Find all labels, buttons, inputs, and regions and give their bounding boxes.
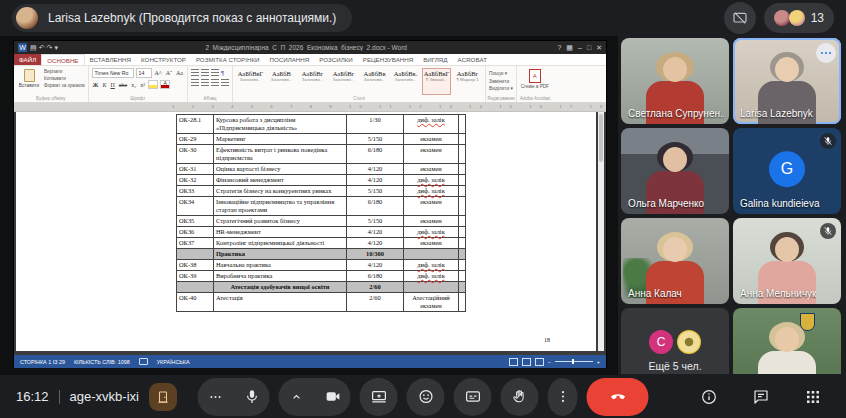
strikethrough-button[interactable]: abc — [118, 82, 128, 88]
raise-hand-button[interactable] — [501, 378, 539, 416]
web-layout-icon[interactable] — [535, 358, 544, 366]
present-button[interactable] — [360, 378, 398, 416]
apps-button[interactable] — [798, 387, 828, 407]
info-button[interactable] — [694, 387, 724, 407]
zoom-slider[interactable] — [555, 361, 593, 362]
tile-menu-button[interactable] — [816, 43, 836, 63]
microphone-control-more-horizontal[interactable] — [198, 378, 234, 416]
style-chip-4[interactable]: АаБбВвЗаголово... — [360, 68, 389, 95]
style-chip-7[interactable]: АаБбВг¶ Маркер 1 — [453, 68, 482, 95]
change-case-icon[interactable]: Аа — [175, 70, 184, 76]
close-icon[interactable]: ✕ — [596, 44, 602, 51]
participant-tile[interactable]: GGalina kundieieva — [733, 128, 841, 214]
captions-button[interactable] — [454, 378, 492, 416]
participant-tile[interactable]: Ольга Марченко — [621, 128, 729, 214]
style-chip-1[interactable]: АаБбВЗаголово... — [267, 68, 296, 95]
microphone-control-mic[interactable] — [234, 378, 270, 416]
page-indicator[interactable]: СТОРІНКА 1 ІЗ 29 — [20, 359, 65, 365]
leave-call-button[interactable] — [587, 378, 649, 416]
zoom-in-icon[interactable]: + — [597, 359, 600, 365]
format-painter-button[interactable]: Формат за зразком — [44, 82, 85, 89]
scrollbar-thumb[interactable] — [599, 114, 603, 162]
more-options-button[interactable] — [548, 378, 578, 416]
presenter-label: Larisa Lazebnyk (Проводится показ с анно… — [48, 11, 336, 25]
ribbon-tab-конструктор[interactable]: КОНСТРУКТОР — [136, 54, 191, 65]
font-name-select[interactable]: Times New Ro — [92, 68, 134, 78]
copy-button[interactable]: Копіювати — [44, 75, 85, 82]
undo-icon[interactable]: ↶ — [39, 44, 45, 51]
italic-button[interactable]: К — [102, 82, 108, 88]
ribbon-tab-посилання[interactable]: ПОСИЛАННЯ — [264, 54, 314, 65]
ribbon-tab-розмітка сторінки[interactable]: РОЗМІТКА СТОРІНКИ — [191, 54, 265, 65]
style-chip-0[interactable]: АаБбВвГЗаголово... — [236, 68, 265, 95]
participant-tile[interactable]: Анна Мельничук — [733, 218, 841, 304]
ribbon-display-icon[interactable]: ▦ — [566, 44, 573, 51]
language-indicator[interactable]: УКРАЇНСЬКА — [157, 359, 190, 365]
print-layout-icon[interactable] — [522, 358, 531, 366]
shrink-font-icon[interactable]: Аˇ — [165, 70, 173, 76]
grow-font-icon[interactable]: А^ — [154, 70, 163, 76]
zoom-out-icon[interactable]: − — [548, 359, 551, 365]
style-chip-6[interactable]: АаБбВвГ¶ Звичай... — [422, 68, 451, 95]
bullets-icon[interactable] — [191, 69, 199, 76]
align-right-icon[interactable] — [211, 79, 219, 86]
align-left-icon[interactable] — [191, 79, 199, 86]
select-button[interactable]: Виділити ▾ — [489, 85, 513, 93]
style-preview: АаБбВг — [333, 70, 355, 77]
subscript-button[interactable]: x₂ — [130, 82, 137, 88]
ribbon-tab-file[interactable]: ФАЙЛ — [14, 54, 41, 65]
word-count[interactable]: КІЛЬКІСТЬ СЛІВ: 1098 — [74, 359, 130, 365]
font-size-select[interactable]: 14 — [136, 68, 152, 78]
read-mode-icon[interactable] — [509, 358, 518, 366]
participant-tile[interactable]: Анна Калач — [621, 218, 729, 304]
style-chip-2[interactable]: АаБбВгЗаголово... — [298, 68, 327, 95]
participants-chip[interactable]: 13 — [764, 3, 834, 33]
window-controls[interactable]: ?▦–□✕ — [552, 44, 602, 52]
save-icon[interactable]: ▤ — [30, 44, 37, 51]
pilcrow-icon[interactable]: ¶ — [221, 70, 224, 76]
cell-name: Маркетинг — [214, 134, 347, 145]
participant-tile[interactable]: CЕщё 5 чел. — [621, 308, 729, 374]
bold-button[interactable]: Ж — [92, 82, 100, 88]
camera-control-chevron-up[interactable] — [279, 378, 315, 416]
underline-button[interactable]: П — [110, 82, 116, 88]
qat-menu-icon[interactable]: ▾ — [54, 44, 58, 51]
ribbon-tab-вставлення[interactable]: ВСТАВЛЕННЯ — [85, 54, 137, 65]
ribbon-tab-рецензування[interactable]: РЕЦЕНЗУВАННЯ — [358, 54, 418, 65]
reactions-button[interactable] — [407, 378, 445, 416]
paste-button[interactable]: Вставити — [17, 68, 41, 95]
replace-button[interactable]: Замінити — [489, 78, 513, 86]
minimize-icon[interactable]: – — [578, 44, 582, 51]
cut-button[interactable]: Вирізати — [44, 68, 85, 75]
presentation-off-button[interactable] — [724, 2, 756, 34]
camera-control-camera[interactable] — [315, 378, 351, 416]
create-pdf-button[interactable]: A Create a PDF — [520, 68, 550, 95]
find-button[interactable]: Пошук ▾ — [489, 70, 513, 78]
style-chip-3[interactable]: АаБбВгЗаголово... — [329, 68, 358, 95]
style-chip-5[interactable]: АаБбВв.Заголово... — [391, 68, 420, 95]
document-scrollbar[interactable] — [598, 112, 604, 351]
ribbon-tab-acrobat[interactable]: ACROBAT — [453, 54, 492, 65]
ribbon-tab-вигляд[interactable]: ВИГЛЯД — [418, 54, 452, 65]
ribbon-tab-основне[interactable]: ОСНОВНЕ — [41, 54, 84, 65]
highlight-color-icon[interactable] — [148, 80, 158, 89]
chat-button[interactable] — [746, 387, 776, 407]
restore-icon[interactable]: □ — [587, 44, 591, 51]
door-button[interactable] — [149, 383, 177, 411]
help-icon[interactable]: ? — [557, 44, 561, 51]
ribbon-tab-розсилки[interactable]: РОЗСИЛКИ — [314, 54, 358, 65]
table-row: ОК37Контролінг підприємницької діяльност… — [177, 238, 466, 249]
zoom-slider-thumb[interactable] — [572, 359, 574, 364]
font-color-icon[interactable]: А — [160, 80, 170, 89]
quick-access-toolbar[interactable]: ▤↶↷▾ — [30, 44, 60, 52]
redo-icon[interactable]: ↷ — [47, 44, 53, 51]
superscript-button[interactable]: x² — [139, 82, 146, 88]
line-spacing-icon[interactable] — [221, 79, 229, 86]
indent-icon[interactable] — [211, 69, 219, 76]
participant-tile[interactable]: Светлана Супрунен... — [621, 38, 729, 124]
participant-tile[interactable]: Natalii Ruzhynska — [733, 308, 841, 374]
numbering-icon[interactable] — [201, 69, 209, 76]
participant-tile[interactable]: Larisa Lazebnyk — [733, 38, 841, 124]
align-center-icon[interactable] — [201, 79, 209, 86]
document-area[interactable]: ОК-28.1Курсова робота з дисципліни «Підп… — [14, 112, 606, 355]
